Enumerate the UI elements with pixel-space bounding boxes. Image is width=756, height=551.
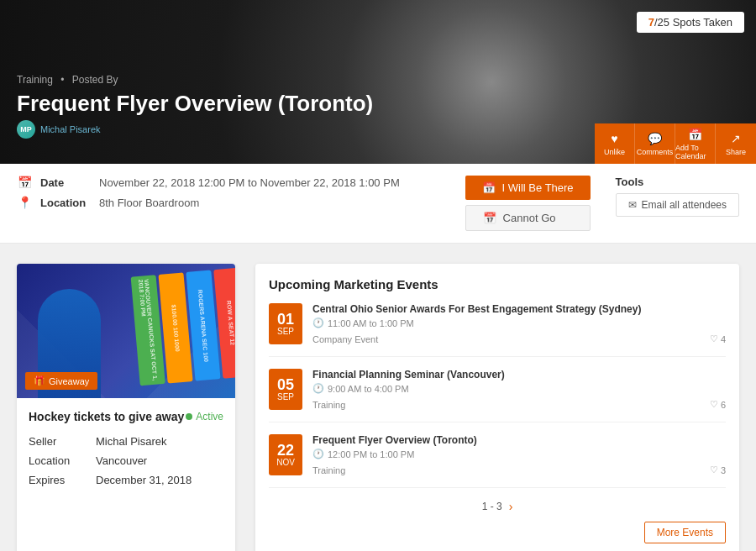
category-label: Training (17, 74, 53, 86)
event-tag-2: Training (312, 400, 345, 410)
giveaway-badge-label: Giveaway (49, 376, 89, 386)
event-info-1: Central Ohio Senior Awards For Best Enga… (312, 303, 726, 344)
ticket-area: VANCOUVER CANUCKS SAT OCT 1, 2018 7:00 P… (131, 268, 235, 386)
event-time-1: 🕐 11:00 AM to 1:00 PM (312, 317, 726, 328)
like-count-3: ♡ 3 (710, 464, 726, 475)
clock-icon-1: 🕐 (312, 317, 324, 328)
spots-badge: 7/25 Spots Taken (637, 12, 744, 33)
event-item-1: 01 Sep Central Ohio Senior Awards For Be… (269, 303, 726, 357)
add-to-calendar-button[interactable]: 📅 Add To Calendar (675, 123, 716, 164)
like-count-1: ♡ 4 (710, 333, 726, 344)
status-label: Active (196, 411, 223, 422)
giveaway-body: Hockey tickets to give away Active Selle… (17, 398, 235, 498)
event-title-area: Training • Posted By Frequent Flyer Over… (17, 74, 373, 139)
comment-icon: 💬 (648, 132, 662, 145)
date-badge-3: 22 Nov (269, 434, 302, 475)
calendar-check-icon: 📅 (482, 181, 496, 194)
seller-value: Michal Pisarek (96, 435, 167, 448)
location-value: Vancouver (96, 454, 147, 467)
event-month-3: Nov (276, 458, 295, 467)
tools-label: Tools (616, 176, 739, 188)
pagination-row: 1 - 3 › (269, 500, 726, 513)
heart-icon-1: ♡ (710, 333, 718, 344)
event-time-3: 🕐 12:00 PM to 1:00 PM (312, 449, 726, 459)
email-attendees-button[interactable]: ✉ Email all attendees (616, 193, 739, 217)
action-buttons: ♥ Unlike 💬 Comments 📅 Add To Calendar ↗ … (595, 123, 756, 164)
event-detail-bar: 📅 Date November 22, 2018 12:00 PM to Nov… (0, 164, 756, 244)
share-label: Share (726, 148, 746, 156)
comments-button[interactable]: 💬 Comments (635, 123, 675, 164)
location-icon: 📍 (17, 196, 32, 209)
giveaway-badge: 🎁 Giveaway (25, 372, 97, 390)
x-icon: 📅 (483, 212, 496, 224)
clock-icon-3: 🕐 (312, 449, 324, 459)
giveaway-card: VANCOUVER CANUCKS SAT OCT 1, 2018 7:00 P… (17, 264, 235, 551)
email-attendees-label: Email all attendees (642, 199, 727, 211)
event-tag-row-1: Company Event ♡ 4 (312, 333, 726, 344)
event-name-2: Financial Planning Seminar (Vancouver) (312, 369, 726, 380)
event-info-3: Frequent Flyer Overview (Toronto) 🕐 12:0… (312, 434, 726, 475)
event-meta: 📅 Date November 22, 2018 12:00 PM to Nov… (17, 176, 400, 209)
giveaway-title-row: Hockey tickets to give away Active (29, 410, 223, 423)
unlike-button[interactable]: ♥ Unlike (595, 123, 635, 164)
date-value: November 22, 2018 12:00 PM to November 2… (99, 176, 400, 189)
heart-icon-2: ♡ (710, 399, 718, 410)
more-events-button[interactable]: More Events (644, 522, 726, 543)
like-num-3: 3 (721, 465, 726, 475)
date-badge-1: 01 Sep (269, 303, 302, 344)
spots-total: 25 (658, 16, 669, 29)
status-dot (186, 413, 192, 420)
event-name-3: Frequent Flyer Overview (Toronto) (312, 434, 726, 446)
comments-label: Comments (637, 148, 674, 156)
location-label: Location (40, 197, 91, 209)
event-item-3: 22 Nov Frequent Flyer Overview (Toronto)… (269, 434, 726, 488)
date-badge-2: 05 Sep (269, 369, 302, 410)
event-time-2: 🕐 9:00 AM to 4:00 PM (312, 383, 726, 394)
iwillbethere-button[interactable]: 📅 I Will Be There (465, 176, 591, 200)
event-tag-row-3: Training ♡ 3 (312, 464, 726, 475)
expires-value: December 31, 2018 (96, 474, 192, 486)
iwillbethere-label: I Will Be There (502, 181, 574, 194)
cannotgo-button[interactable]: 📅 Cannot Go (465, 205, 591, 231)
heart-icon: ♥ (611, 132, 617, 145)
event-day-3: 22 (277, 443, 294, 458)
date-row: 📅 Date November 22, 2018 12:00 PM to Nov… (17, 176, 400, 189)
event-day-2: 05 (277, 377, 294, 392)
event-time-val-1: 11:00 AM to 1:00 PM (328, 318, 414, 328)
tools-section: Tools ✉ Email all attendees (616, 176, 739, 217)
main-content: VANCOUVER CANUCKS SAT OCT 1, 2018 7:00 P… (0, 264, 756, 551)
gift-icon: 🎁 (34, 375, 45, 386)
calendar-icon: 📅 (688, 128, 702, 141)
event-item-2: 05 Sep Financial Planning Seminar (Vanco… (269, 369, 726, 422)
more-events-row: More Events (269, 522, 726, 543)
expires-label: Expires (29, 474, 96, 486)
share-button[interactable]: ↗ Share (716, 123, 756, 164)
next-page-button[interactable]: › (509, 500, 513, 513)
seller-label: Seller (29, 435, 96, 448)
avatar: MP (17, 120, 35, 139)
event-day-1: 01 (277, 312, 294, 327)
date-label: Date (40, 176, 91, 189)
poster-name: Michal Pisarek (40, 124, 101, 134)
cannotgo-label: Cannot Go (503, 212, 556, 224)
like-count-2: ♡ 6 (710, 399, 726, 410)
seller-row: Seller Michal Pisarek (29, 435, 223, 448)
event-info-2: Financial Planning Seminar (Vancouver) 🕐… (312, 369, 726, 410)
event-title: Frequent Flyer Overview (Toronto) (17, 91, 373, 117)
heart-icon-3: ♡ (710, 464, 718, 475)
event-tag-1: Company Event (312, 334, 378, 344)
date-icon: 📅 (17, 176, 32, 189)
unlike-label: Unlike (604, 148, 625, 156)
event-tag-row-2: Training ♡ 6 (312, 399, 726, 410)
event-category: Training • Posted By (17, 74, 373, 86)
status-active: Active (186, 411, 223, 422)
event-header: 7/25 Spots Taken Training • Posted By Fr… (0, 0, 756, 164)
posted-by-label: Posted By (72, 74, 118, 86)
like-num-2: 6 (721, 400, 726, 410)
upcoming-events-title: Upcoming Marketing Events (269, 277, 726, 291)
event-month-1: Sep (277, 327, 294, 336)
email-icon: ✉ (628, 199, 637, 211)
share-icon: ↗ (731, 132, 741, 145)
spots-label: Spots Taken (673, 16, 732, 29)
location-row: 📍 Location 8th Floor Boardroom (17, 196, 400, 209)
